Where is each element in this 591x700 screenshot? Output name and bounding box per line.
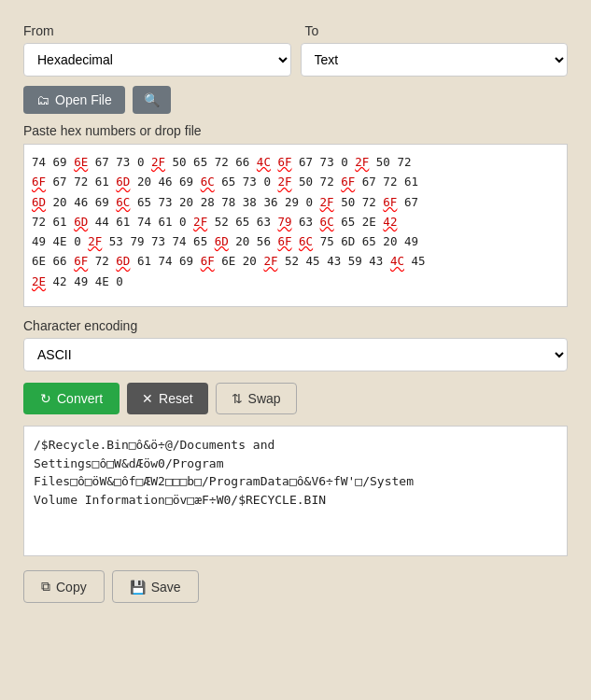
save-icon: 💾 <box>130 580 146 595</box>
hex-content: 74 69 6E 67 73 0 2F 50 65 72 66 4C 6F 67… <box>32 152 559 291</box>
from-label: From <box>23 23 287 38</box>
open-file-button[interactable]: 🗂 Open File <box>23 86 125 114</box>
magnifier-icon: 🔍 <box>144 92 160 107</box>
hex-textarea[interactable]: 74 69 6E 67 73 0 2F 50 65 72 66 4C 6F 67… <box>23 144 568 307</box>
encoding-label: Character encoding <box>23 318 568 333</box>
output-textarea[interactable]: /$Recycle.Bin□ô&ö÷@/Documents and Settin… <box>23 426 568 556</box>
to-label: To <box>305 23 569 38</box>
copy-icon: ⧉ <box>41 579 50 595</box>
refresh-icon: ↻ <box>40 391 51 406</box>
encoding-select[interactable]: ASCII UTF-8 UTF-16 ISO-8859-1 <box>23 338 568 371</box>
search-button[interactable]: 🔍 <box>133 86 171 114</box>
folder-icon: 🗂 <box>36 92 49 107</box>
copy-button[interactable]: ⧉ Copy <box>23 570 105 603</box>
swap-icon: ⇅ <box>232 391 243 406</box>
selects-row: Hexadecimal Binary Octal Decimal Text Ba… <box>23 43 568 77</box>
hex-input-box: 74 69 6E 67 73 0 2F 50 65 72 66 4C 6F 67… <box>23 144 568 307</box>
paste-label: Paste hex numbers or drop file <box>23 123 568 138</box>
from-to-labels: From To <box>23 23 568 38</box>
encoding-row: ASCII UTF-8 UTF-16 ISO-8859-1 <box>23 338 568 371</box>
convert-row: ↻ Convert ✕ Reset ⇅ Swap <box>23 383 568 414</box>
main-container: From To Hexadecimal Binary Octal Decimal… <box>9 9 582 617</box>
from-select[interactable]: Hexadecimal Binary Octal Decimal Text Ba… <box>23 43 291 77</box>
to-select[interactable]: Text Binary Octal Decimal Hexadecimal Ba… <box>301 43 569 77</box>
save-button[interactable]: 💾 Save <box>112 570 199 603</box>
reset-button[interactable]: ✕ Reset <box>127 383 208 414</box>
x-icon: ✕ <box>142 391 153 406</box>
convert-button[interactable]: ↻ Convert <box>23 383 120 414</box>
file-search-row: 🗂 Open File 🔍 <box>23 86 568 114</box>
swap-button[interactable]: ⇅ Swap <box>216 383 297 414</box>
copy-save-row: ⧉ Copy 💾 Save <box>23 570 568 603</box>
